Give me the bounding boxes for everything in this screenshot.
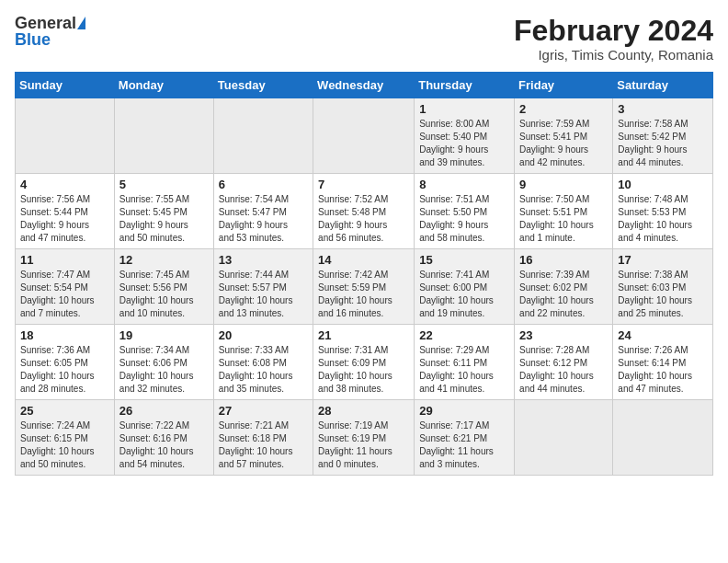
day-number: 28: [318, 404, 409, 418]
weekday-header-saturday: Saturday: [613, 73, 713, 98]
day-number: 11: [20, 253, 109, 267]
day-info: Sunrise: 7:52 AM Sunset: 5:48 PM Dayligh…: [318, 193, 409, 245]
weekday-header-friday: Friday: [515, 73, 613, 98]
day-info: Sunrise: 7:38 AM Sunset: 6:03 PM Dayligh…: [618, 269, 708, 320]
calendar-day-cell: 11Sunrise: 7:47 AM Sunset: 5:54 PM Dayli…: [16, 249, 115, 325]
day-number: 10: [618, 178, 708, 191]
day-info: Sunrise: 7:44 AM Sunset: 5:57 PM Dayligh…: [219, 269, 308, 320]
calendar-day-cell: [313, 98, 415, 174]
weekday-header-thursday: Thursday: [415, 73, 515, 98]
calendar-day-cell: [16, 98, 115, 174]
calendar-day-cell: 29Sunrise: 7:17 AM Sunset: 6:21 PM Dayli…: [415, 400, 515, 476]
weekday-header-sunday: Sunday: [16, 73, 115, 98]
page-header: General Blue February 2024 Igris, Timis …: [15, 15, 713, 63]
calendar-day-cell: 5Sunrise: 7:55 AM Sunset: 5:45 PM Daylig…: [114, 174, 213, 249]
day-info: Sunrise: 7:56 AM Sunset: 5:44 PM Dayligh…: [20, 193, 109, 245]
day-info: Sunrise: 7:31 AM Sunset: 6:09 PM Dayligh…: [318, 344, 409, 396]
calendar-week-row: 4Sunrise: 7:56 AM Sunset: 5:44 PM Daylig…: [16, 174, 713, 249]
calendar-day-cell: 23Sunrise: 7:28 AM Sunset: 6:12 PM Dayli…: [515, 325, 613, 400]
day-number: 3: [618, 102, 708, 116]
calendar-day-cell: 22Sunrise: 7:29 AM Sunset: 6:11 PM Dayli…: [415, 325, 515, 400]
day-number: 15: [419, 253, 509, 267]
day-info: Sunrise: 7:55 AM Sunset: 5:45 PM Dayligh…: [119, 193, 209, 245]
calendar-day-cell: 18Sunrise: 7:36 AM Sunset: 6:05 PM Dayli…: [16, 325, 115, 400]
day-number: 20: [219, 328, 308, 342]
day-number: 6: [219, 178, 308, 191]
day-number: 14: [318, 253, 409, 267]
weekday-header-monday: Monday: [114, 73, 213, 98]
day-info: Sunrise: 7:58 AM Sunset: 5:42 PM Dayligh…: [618, 118, 708, 169]
calendar-day-cell: 3Sunrise: 7:58 AM Sunset: 5:42 PM Daylig…: [613, 98, 713, 174]
day-number: 1: [419, 102, 509, 116]
calendar-day-cell: 19Sunrise: 7:34 AM Sunset: 6:06 PM Dayli…: [114, 325, 213, 400]
calendar-day-cell: 8Sunrise: 7:51 AM Sunset: 5:50 PM Daylig…: [415, 174, 515, 249]
day-number: 5: [119, 178, 209, 191]
day-number: 22: [419, 328, 509, 342]
calendar-day-cell: 15Sunrise: 7:41 AM Sunset: 6:00 PM Dayli…: [415, 249, 515, 325]
day-number: 25: [20, 404, 109, 418]
day-number: 23: [519, 328, 608, 342]
day-info: Sunrise: 7:50 AM Sunset: 5:51 PM Dayligh…: [519, 193, 608, 245]
day-info: Sunrise: 7:19 AM Sunset: 6:19 PM Dayligh…: [318, 419, 409, 471]
day-number: 4: [20, 178, 109, 191]
calendar-day-cell: 26Sunrise: 7:22 AM Sunset: 6:16 PM Dayli…: [114, 400, 213, 476]
calendar-day-cell: 4Sunrise: 7:56 AM Sunset: 5:44 PM Daylig…: [16, 174, 115, 249]
calendar-day-cell: [213, 98, 313, 174]
day-info: Sunrise: 7:33 AM Sunset: 6:08 PM Dayligh…: [219, 344, 308, 396]
day-number: 8: [419, 178, 509, 191]
calendar-day-cell: 27Sunrise: 7:21 AM Sunset: 6:18 PM Dayli…: [213, 400, 313, 476]
day-info: Sunrise: 7:34 AM Sunset: 6:06 PM Dayligh…: [119, 344, 209, 396]
day-number: 29: [419, 404, 509, 418]
calendar-day-cell: 12Sunrise: 7:45 AM Sunset: 5:56 PM Dayli…: [114, 249, 213, 325]
day-number: 9: [519, 178, 608, 191]
calendar-day-cell: 13Sunrise: 7:44 AM Sunset: 5:57 PM Dayli…: [213, 249, 313, 325]
calendar-table: SundayMondayTuesdayWednesdayThursdayFrid…: [15, 72, 713, 476]
calendar-day-cell: 21Sunrise: 7:31 AM Sunset: 6:09 PM Dayli…: [313, 325, 415, 400]
calendar-day-cell: 2Sunrise: 7:59 AM Sunset: 5:41 PM Daylig…: [515, 98, 613, 174]
logo-general: General: [15, 15, 76, 31]
calendar-day-cell: [114, 98, 213, 174]
day-number: 7: [318, 178, 409, 191]
day-info: Sunrise: 7:39 AM Sunset: 6:02 PM Dayligh…: [519, 269, 608, 320]
calendar-day-cell: [613, 400, 713, 476]
calendar-day-cell: 6Sunrise: 7:54 AM Sunset: 5:47 PM Daylig…: [213, 174, 313, 249]
day-info: Sunrise: 7:51 AM Sunset: 5:50 PM Dayligh…: [419, 193, 509, 245]
day-info: Sunrise: 7:21 AM Sunset: 6:18 PM Dayligh…: [219, 419, 308, 471]
day-number: 18: [20, 328, 109, 342]
day-info: Sunrise: 7:29 AM Sunset: 6:11 PM Dayligh…: [419, 344, 509, 396]
day-number: 2: [519, 102, 608, 116]
day-number: 21: [318, 328, 409, 342]
day-info: Sunrise: 7:45 AM Sunset: 5:56 PM Dayligh…: [119, 269, 209, 320]
calendar-week-row: 1Sunrise: 8:00 AM Sunset: 5:40 PM Daylig…: [16, 98, 713, 174]
calendar-day-cell: 17Sunrise: 7:38 AM Sunset: 6:03 PM Dayli…: [613, 249, 713, 325]
day-number: 24: [618, 328, 708, 342]
calendar-week-row: 25Sunrise: 7:24 AM Sunset: 6:15 PM Dayli…: [16, 400, 713, 476]
day-info: Sunrise: 7:54 AM Sunset: 5:47 PM Dayligh…: [219, 193, 308, 245]
day-info: Sunrise: 7:47 AM Sunset: 5:54 PM Dayligh…: [20, 269, 109, 320]
logo: General Blue: [15, 15, 85, 48]
calendar-day-cell: 28Sunrise: 7:19 AM Sunset: 6:19 PM Dayli…: [313, 400, 415, 476]
day-number: 26: [119, 404, 209, 418]
logo-blue: Blue: [15, 31, 51, 48]
calendar-day-cell: [515, 400, 613, 476]
calendar-day-cell: 25Sunrise: 7:24 AM Sunset: 6:15 PM Dayli…: [16, 400, 115, 476]
day-info: Sunrise: 7:42 AM Sunset: 5:59 PM Dayligh…: [318, 269, 409, 320]
day-info: Sunrise: 7:59 AM Sunset: 5:41 PM Dayligh…: [519, 118, 608, 169]
day-info: Sunrise: 7:48 AM Sunset: 5:53 PM Dayligh…: [618, 193, 708, 245]
calendar-day-cell: 7Sunrise: 7:52 AM Sunset: 5:48 PM Daylig…: [313, 174, 415, 249]
day-number: 13: [219, 253, 308, 267]
day-info: Sunrise: 7:22 AM Sunset: 6:16 PM Dayligh…: [119, 419, 209, 471]
weekday-header-wednesday: Wednesday: [313, 73, 415, 98]
calendar-day-cell: 20Sunrise: 7:33 AM Sunset: 6:08 PM Dayli…: [213, 325, 313, 400]
weekday-header-row: SundayMondayTuesdayWednesdayThursdayFrid…: [16, 73, 713, 98]
calendar-day-cell: 16Sunrise: 7:39 AM Sunset: 6:02 PM Dayli…: [515, 249, 613, 325]
day-info: Sunrise: 7:17 AM Sunset: 6:21 PM Dayligh…: [419, 419, 509, 471]
weekday-header-tuesday: Tuesday: [213, 73, 313, 98]
calendar-day-cell: 1Sunrise: 8:00 AM Sunset: 5:40 PM Daylig…: [415, 98, 515, 174]
calendar-day-cell: 10Sunrise: 7:48 AM Sunset: 5:53 PM Dayli…: [613, 174, 713, 249]
title-area: February 2024 Igris, Timis County, Roman…: [514, 15, 713, 63]
day-info: Sunrise: 7:28 AM Sunset: 6:12 PM Dayligh…: [519, 344, 608, 396]
day-info: Sunrise: 7:26 AM Sunset: 6:14 PM Dayligh…: [618, 344, 708, 396]
calendar-day-cell: 14Sunrise: 7:42 AM Sunset: 5:59 PM Dayli…: [313, 249, 415, 325]
location-title: Igris, Timis County, Romania: [514, 47, 713, 63]
